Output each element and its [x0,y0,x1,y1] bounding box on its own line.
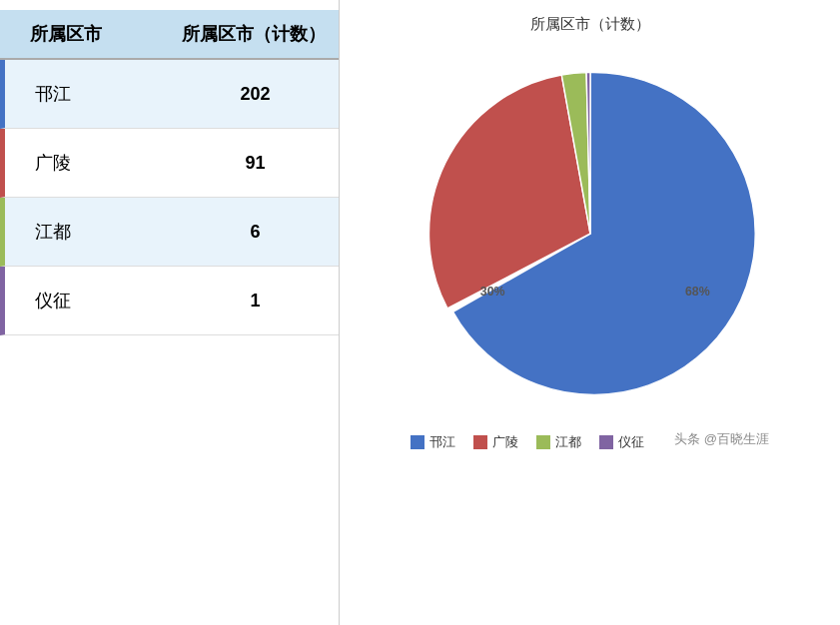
legend-color-hanjiang [411,435,424,449]
col-count-header: 所属区市（计数） [180,22,330,46]
chart-legend: 邗江 广陵 江都 仪征 [411,433,644,451]
district-name-2: 广陵 [15,151,182,175]
legend-color-yizheng [599,435,613,449]
legend-hanjiang: 邗江 [411,433,455,451]
legend-label-jiangdu: 江都 [555,433,581,451]
legend-label-guangling: 广陵 [492,433,518,451]
row-jiangdu: 江都 6 [5,198,339,266]
table-row: 江都 6 [0,198,339,267]
legend-label-hanjiang: 邗江 [429,433,455,451]
district-name-4: 仪征 [15,289,182,312]
row-yizheng: 仪征 1 [5,267,339,334]
table-header: 所属区市 所属区市（计数） [0,10,339,60]
legend-row: 邗江 广陵 江都 仪征 头条 @百晓生涯 [411,427,769,451]
pie-chart-container: 30% 68% [401,44,780,423]
district-name-3: 江都 [15,220,182,244]
legend-color-jiangdu [536,435,550,449]
chart-title: 所属区市（计数） [530,15,650,34]
count-2: 91 [182,153,329,174]
row-hanjiang: 邗江 202 [5,60,339,128]
table-row: 邗江 202 [0,60,339,129]
row-guangling: 广陵 91 [5,129,339,197]
legend-jiangdu: 江都 [536,433,581,451]
district-name-1: 邗江 [15,82,182,106]
pct-label-hanjiang: 68% [685,285,710,299]
legend-label-yizheng: 仪征 [618,433,644,451]
chart-section: 所属区市（计数） [340,0,840,625]
count-4: 1 [182,291,329,312]
count-1: 202 [182,84,329,105]
legend-guangling: 广陵 [473,433,518,451]
col-district-header: 所属区市 [10,22,180,46]
legend-yizheng: 仪征 [599,433,644,451]
pie-chart-svg: 30% 68% [401,44,780,423]
table-row: 广陵 91 [0,129,339,198]
table-row: 仪征 1 [0,267,339,335]
data-table: 所属区市 所属区市（计数） 邗江 202 广陵 91 江都 6 仪征 1 [0,0,340,625]
pct-label-guangling: 30% [479,285,504,299]
legend-color-guangling [473,435,487,449]
count-3: 6 [182,222,329,243]
watermark-text: 头条 @百晓生涯 [674,430,769,448]
